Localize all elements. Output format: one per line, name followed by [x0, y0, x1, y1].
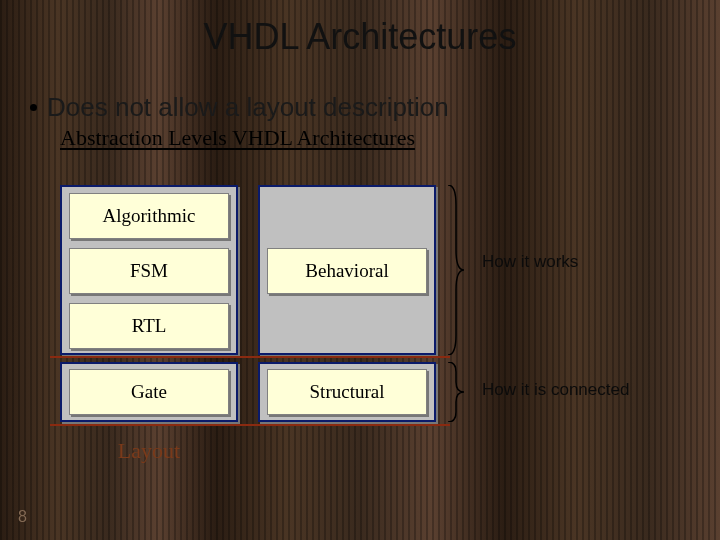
separator-line [50, 356, 450, 358]
arch-behavioral: Behavioral [267, 248, 427, 294]
arch-structural: Structural [267, 369, 427, 415]
abstraction-diagram: Algorithmic FSM RTL Gate Layout Behavior… [50, 190, 690, 490]
level-gate: Gate [69, 369, 229, 415]
slide-title: VHDL Architectures [0, 0, 720, 58]
annotation-how-connected: How it is connected [482, 380, 629, 400]
annotation-how-it-works: How it works [482, 252, 578, 272]
separator-line [50, 424, 450, 426]
level-algorithmic: Algorithmic [69, 193, 229, 239]
brace-behavioral [446, 185, 466, 355]
level-rtl: RTL [69, 303, 229, 349]
bullet-text: Does not allow a layout description [47, 92, 449, 123]
bullet-icon [30, 104, 37, 111]
brace-structural [446, 362, 466, 422]
bullet-item: Does not allow a layout description [30, 92, 720, 123]
page-number: 8 [18, 508, 27, 526]
diagram-heading: Abstraction Levels VHDL Architectures [60, 125, 720, 151]
level-fsm: FSM [69, 248, 229, 294]
level-layout: Layout [69, 428, 229, 474]
